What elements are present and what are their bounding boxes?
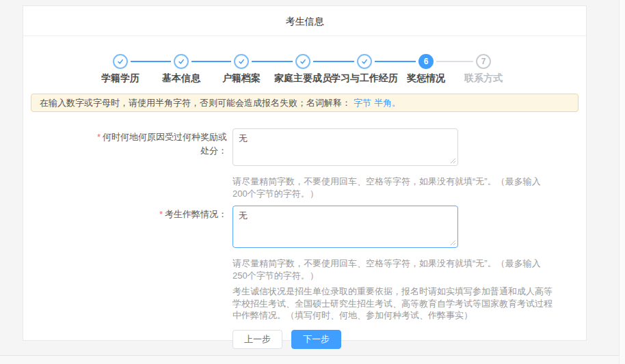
- step-student-status[interactable]: 学籍学历: [101, 54, 139, 85]
- step-label: 学习与工作经历: [331, 72, 398, 85]
- field-label: *何时何地何原因受过何种奖励或处分：: [89, 128, 227, 199]
- step-number-badge: 7: [476, 54, 491, 69]
- field-label-text: 考生作弊情况：: [165, 209, 227, 219]
- step-household-file[interactable]: 户籍档案: [222, 54, 261, 85]
- next-step-button[interactable]: 下一步: [291, 330, 341, 349]
- field-label-text: 何时何地何原因受过何种奖励或处分：: [103, 132, 227, 156]
- step-label: 联系方式: [464, 72, 503, 85]
- notice-suffix: 。: [392, 97, 401, 109]
- form-row-rewards-punishments: *何时何地何原因受过何种奖励或处分： 无 请尽量精简字数，不要使用回车、空格等字…: [23, 128, 586, 199]
- required-marker: *: [159, 209, 163, 219]
- step-contact-info[interactable]: 7 联系方式: [464, 54, 503, 85]
- step-label: 基本信息: [162, 72, 200, 85]
- wizard-stepper: 学籍学历 基本信息 户籍档案 家庭主要成员 学习与工作经历: [23, 36, 586, 86]
- previous-step-button[interactable]: 上一步: [232, 330, 282, 349]
- field-label: *考生作弊情况：: [89, 206, 227, 322]
- field-extra-help-text: 考生诚信状况是招生单位录取的重要依据，报名时请如实填写参加普通和成人高等 学校招…: [232, 285, 615, 322]
- step-study-work-experience[interactable]: 学习与工作经历: [331, 54, 398, 85]
- step-basic-info[interactable]: 基本信息: [162, 54, 200, 85]
- step-label: 户籍档案: [222, 72, 261, 85]
- rewards-punishments-form: *何时何地何原因受过何种奖励或处分： 无 请尽量精简字数，不要使用回车、空格等字…: [23, 128, 586, 349]
- field-control: 无 请尽量精简字数，不要使用回车、空格等字符，如果没有就填“无”。（最多输入 2…: [232, 206, 615, 322]
- step-done-check-icon: [295, 54, 310, 69]
- step-label: 奖惩情况: [407, 72, 445, 85]
- step-number-badge: 6: [418, 54, 434, 69]
- step-label: 家庭主要成员: [274, 72, 332, 85]
- cheating-record-textarea[interactable]: 无: [232, 206, 458, 248]
- field-help-text: 请尽量精简字数，不要使用回车、空格等字符，如果没有就填“无”。（最多输入 250…: [232, 257, 615, 281]
- form-row-cheating-record: *考生作弊情况： 无 请尽量精简字数，不要使用回车、空格等字符，如果没有就填“无…: [23, 206, 586, 322]
- field-control: 无 请尽量精简字数，不要使用回车、空格等字符，如果没有就填“无”。（最多输入 2…: [232, 128, 615, 199]
- vertical-scrollbar[interactable]: [619, 0, 625, 364]
- step-done-check-icon: [113, 54, 128, 69]
- step-family-members[interactable]: 家庭主要成员: [274, 54, 332, 85]
- candidate-info-panel: 考生信息 学籍学历 基本信息 户籍档案: [23, 5, 587, 341]
- form-actions: 上一步 下一步: [23, 330, 586, 349]
- glossary-link-byte[interactable]: 字节: [354, 97, 371, 109]
- halfwidth-character-notice: 在输入数字或字母时，请使用半角字符，否则可能会造成报名失败；名词解释：字节半角。: [31, 94, 579, 112]
- rewards-punishments-textarea[interactable]: 无: [232, 128, 458, 166]
- notice-text: 在输入数字或字母时，请使用半角字符，否则可能会造成报名失败；名词解释：: [40, 97, 351, 109]
- field-help-text: 请尽量精简字数，不要使用回车、空格等字符，如果没有就填“无”。（最多输入 200…: [232, 176, 615, 199]
- step-rewards-punishments-current[interactable]: 6 奖惩情况: [407, 54, 445, 85]
- glossary-link-halfwidth[interactable]: 半角: [374, 97, 392, 109]
- required-marker: *: [97, 132, 101, 142]
- footer-divider: [0, 355, 625, 364]
- step-done-check-icon: [234, 54, 249, 69]
- step-label: 学籍学历: [101, 72, 139, 85]
- page-title: 考生信息: [23, 6, 586, 36]
- step-done-check-icon: [174, 54, 189, 69]
- step-done-check-icon: [357, 54, 372, 69]
